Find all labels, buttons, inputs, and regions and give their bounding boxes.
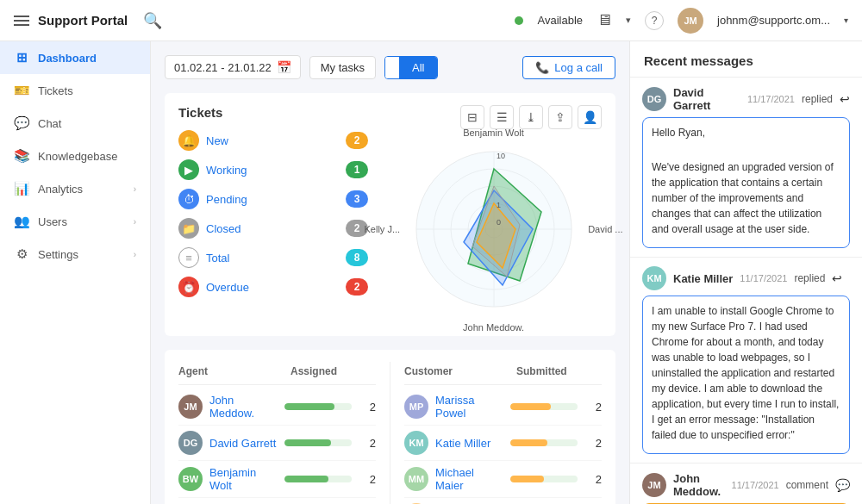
ticket-label-working: Working (206, 164, 339, 177)
sidebar-item-knowledgebase[interactable]: 📚 Knowledgebase (0, 140, 150, 172)
chart-label-bottom: John Meddow. (463, 322, 524, 333)
customer-progress-bar (510, 439, 578, 446)
chart-center-label: 0 (497, 218, 501, 227)
progress-fill (284, 439, 332, 446)
sidebar-item-settings[interactable]: ⚙ Settings › (0, 238, 150, 271)
ticket-count-working: 1 (346, 161, 368, 178)
tool-icon-download[interactable]: ⤓ (519, 105, 543, 129)
col-header-customer: Customer (404, 365, 516, 377)
customer-row[interactable]: MM Michael Maier 2 (404, 461, 602, 498)
ticket-row-new[interactable]: 🔔 New 2 (178, 130, 368, 151)
tool-icon-table[interactable]: ⊟ (460, 105, 484, 129)
customer-name: Marissa Powel (435, 394, 503, 420)
date-picker[interactable]: 01.02.21 - 21.01.22 📅 (165, 55, 301, 79)
sidebar-item-analytics[interactable]: 📊 Analytics › (0, 172, 150, 205)
msg-avatar: JM (642, 473, 666, 497)
agent-row[interactable]: BW Benjamin Wolt 2 (178, 461, 376, 498)
agent-count: 2 (359, 473, 376, 486)
message-card[interactable]: JM John Meddow. 11/17/2021 comment 💬 Hi … (630, 464, 862, 504)
ticket-row-closed[interactable]: 📁 Closed 2 (178, 218, 368, 239)
right-panel: Recent messages DG David Garrett 11/17/2… (629, 41, 862, 504)
ticket-label-new: New (206, 134, 339, 147)
agents-half-table: Agent Assigned JM John Meddow. 2 DG Davi… (178, 362, 376, 504)
ticket-row-overdue[interactable]: ⏰ Overdue 2 (178, 277, 368, 297)
ticket-row-working[interactable]: ▶ Working 1 (178, 159, 368, 180)
search-icon[interactable]: 🔍 (143, 11, 162, 30)
chart-label-top: Benjamin Wolt (463, 128, 524, 138)
user-menu-chevron[interactable]: ▾ (844, 16, 848, 25)
msg-action: replied (794, 272, 825, 284)
sidebar-item-label: Tickets (38, 84, 136, 97)
phone-icon: 📞 (535, 61, 549, 74)
ticket-count-pending: 3 (346, 190, 368, 208)
tool-icon-list[interactable]: ☰ (490, 105, 514, 129)
agent-row[interactable]: KJ Kelly Johnson 2 (178, 498, 376, 504)
my-tasks-button[interactable]: My tasks (309, 56, 376, 79)
agent-avatar: DG (178, 431, 203, 455)
analytics-chevron-icon: › (134, 184, 136, 194)
filter-tab-all[interactable]: All (400, 57, 436, 78)
customer-row[interactable]: MP Marissa Powel 2 (404, 389, 602, 426)
customer-progress-fill (510, 476, 544, 482)
status-text: Available (537, 14, 583, 27)
sidebar-item-dashboard[interactable]: ⊞ Dashboard (0, 41, 150, 74)
customer-row[interactable]: FT Frank Towns 1 (404, 498, 602, 504)
ticket-icon-working: ▶ (178, 159, 199, 180)
progress-fill (284, 403, 335, 410)
tool-icon-users[interactable]: 👤 (578, 105, 602, 129)
msg-name: John Meddow. (673, 472, 725, 498)
ticket-row-pending[interactable]: ⏱ Pending 3 (178, 189, 368, 209)
chart-area: ⊟ ☰ ⤓ ⇪ 👤 Benjamin Wolt David ... John M… (385, 105, 602, 324)
monitor-icon[interactable]: 🖥 (597, 11, 612, 29)
msg-bubble: Hello Ryan,We've designed an upgraded ve… (642, 117, 850, 248)
ticket-row-total[interactable]: ≡ Total 8 (178, 247, 368, 268)
tickets-title: Tickets (178, 105, 368, 120)
customers-table-headers: Customer Submitted (404, 362, 602, 385)
message-card[interactable]: DG David Garrett 11/17/2021 replied ↩ He… (630, 78, 862, 258)
msg-action: comment (786, 479, 828, 491)
knowledgebase-icon: 📚 (14, 148, 29, 164)
msg-bubble: I am unable to install Google Chrome to … (642, 296, 850, 454)
tool-icon-share[interactable]: ⇪ (548, 105, 572, 129)
agent-row[interactable]: DG David Garrett 2 (178, 426, 376, 461)
sidebar-item-label: Settings (38, 248, 125, 261)
ticket-icon-pending: ⏱ (178, 189, 199, 209)
msg-date: 11/17/2021 (747, 94, 795, 104)
customer-count: 2 (584, 401, 602, 414)
filter-tab-inactive[interactable] (385, 57, 400, 78)
tickets-section: Tickets 🔔 New 2 ▶ Working 1 ⏱ Pending (165, 93, 615, 336)
ticket-count-total: 8 (346, 249, 368, 266)
sidebar-item-tickets[interactable]: 🎫 Tickets (0, 74, 150, 107)
col-header-submitted: Submitted (516, 365, 584, 377)
customer-avatar: MM (404, 467, 428, 491)
msg-action-icon: ↩ (832, 271, 842, 285)
sidebar-item-chat[interactable]: 💬 Chat (0, 107, 150, 140)
radar-chart-container: Benjamin Wolt David ... John Meddow. Kel… (390, 134, 597, 324)
toolbar-row: 01.02.21 - 21.01.22 📅 My tasks All 📞 Log… (165, 55, 615, 79)
col-header-count (359, 365, 376, 377)
chart-label-right: David ... (588, 224, 622, 234)
user-email[interactable]: johnm@supportc.om... (717, 14, 830, 27)
msg-date: 11/17/2021 (732, 480, 779, 490)
customer-row[interactable]: KM Katie Miller 2 (404, 426, 602, 461)
agent-avatar: JM (178, 395, 203, 419)
sidebar-item-label: Dashboard (38, 52, 136, 65)
customer-name: Michael Maier (435, 466, 503, 492)
hamburger-menu[interactable] (14, 16, 29, 26)
sidebar-item-users[interactable]: 👥 Users › (0, 205, 150, 238)
ticket-count-overdue: 2 (346, 278, 368, 296)
sidebar: ⊞ Dashboard 🎫 Tickets 💬 Chat 📚 Knowledge… (0, 41, 151, 504)
customer-name: Katie Miller (435, 437, 503, 450)
ticket-count-new: 2 (346, 132, 368, 149)
col-header-count2 (584, 365, 602, 377)
message-card[interactable]: KM Katie Miller 11/17/2021 replied ↩ I a… (630, 258, 862, 464)
dashboard-icon: ⊞ (14, 50, 29, 65)
agents-rows: JM John Meddow. 2 DG David Garrett 2 BW … (178, 389, 376, 504)
agent-avatar: BW (178, 467, 203, 491)
agent-row[interactable]: JM John Meddow. 2 (178, 389, 376, 426)
log-call-button[interactable]: 📞 Log a call (522, 56, 615, 79)
customers-half-table: Customer Submitted MP Marissa Powel 2 KM… (390, 362, 602, 504)
help-icon[interactable]: ? (645, 11, 664, 30)
msg-avatar: DG (642, 87, 666, 111)
msg-name: Katie Miller (673, 272, 733, 285)
